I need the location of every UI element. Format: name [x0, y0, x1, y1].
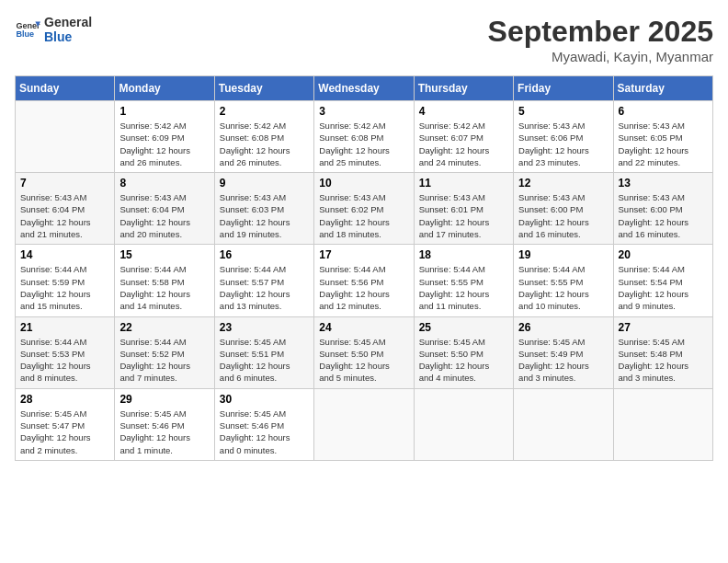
day-info: Sunrise: 5:44 AM Sunset: 5:57 PM Dayligh…	[220, 263, 309, 312]
day-info: Sunrise: 5:45 AM Sunset: 5:46 PM Dayligh…	[119, 408, 209, 456]
day-info: Sunrise: 5:42 AM Sunset: 6:08 PM Dayligh…	[220, 120, 309, 168]
day-number: 11	[419, 177, 508, 190]
day-number: 2	[220, 105, 309, 118]
calendar-cell	[613, 388, 712, 460]
day-number: 13	[619, 177, 708, 190]
calendar-header-row: SundayMondayTuesdayWednesdayThursdayFrid…	[16, 76, 713, 101]
calendar-cell: 1Sunrise: 5:42 AM Sunset: 6:09 PM Daylig…	[115, 101, 214, 173]
calendar-cell: 26Sunrise: 5:45 AM Sunset: 5:49 PM Dayli…	[514, 316, 613, 388]
calendar-cell: 9Sunrise: 5:43 AM Sunset: 6:03 PM Daylig…	[214, 173, 313, 245]
logo-icon: General Blue	[15, 17, 40, 42]
day-number: 8	[119, 177, 209, 190]
calendar-week-row: 14Sunrise: 5:44 AM Sunset: 5:59 PM Dayli…	[16, 245, 713, 316]
day-number: 18	[419, 248, 508, 261]
calendar-table: SundayMondayTuesdayWednesdayThursdayFrid…	[15, 75, 713, 461]
day-number: 1	[119, 105, 209, 118]
calendar-cell: 6Sunrise: 5:43 AM Sunset: 6:05 PM Daylig…	[613, 101, 712, 173]
day-number: 5	[518, 105, 608, 118]
calendar-cell	[314, 388, 414, 460]
calendar-cell: 28Sunrise: 5:45 AM Sunset: 5:47 PM Dayli…	[16, 388, 115, 460]
calendar-cell: 21Sunrise: 5:44 AM Sunset: 5:53 PM Dayli…	[16, 316, 115, 388]
calendar-cell: 20Sunrise: 5:44 AM Sunset: 5:54 PM Dayli…	[613, 245, 712, 316]
day-info: Sunrise: 5:43 AM Sunset: 6:02 PM Dayligh…	[319, 191, 408, 240]
day-number: 19	[518, 248, 608, 261]
day-of-week-header: Monday	[115, 76, 214, 101]
day-number: 12	[518, 177, 608, 190]
day-number: 9	[220, 177, 309, 190]
day-of-week-header: Thursday	[414, 76, 513, 101]
day-info: Sunrise: 5:44 AM Sunset: 5:53 PM Dayligh…	[20, 336, 109, 385]
month-title: September 2025	[488, 15, 713, 49]
calendar-cell: 23Sunrise: 5:45 AM Sunset: 5:51 PM Dayli…	[214, 316, 313, 388]
calendar-cell: 27Sunrise: 5:45 AM Sunset: 5:48 PM Dayli…	[613, 316, 712, 388]
day-info: Sunrise: 5:42 AM Sunset: 6:09 PM Dayligh…	[119, 120, 209, 168]
day-info: Sunrise: 5:43 AM Sunset: 6:04 PM Dayligh…	[20, 191, 109, 240]
calendar-cell: 8Sunrise: 5:43 AM Sunset: 6:04 PM Daylig…	[115, 173, 214, 245]
calendar-cell: 11Sunrise: 5:43 AM Sunset: 6:01 PM Dayli…	[414, 173, 513, 245]
svg-text:Blue: Blue	[16, 29, 34, 39]
title-block: September 2025 Myawadi, Kayin, Myanmar	[488, 15, 713, 64]
calendar-cell: 19Sunrise: 5:44 AM Sunset: 5:55 PM Dayli…	[514, 245, 613, 316]
day-info: Sunrise: 5:45 AM Sunset: 5:47 PM Dayligh…	[20, 408, 109, 456]
day-info: Sunrise: 5:43 AM Sunset: 6:06 PM Dayligh…	[518, 120, 608, 168]
calendar-cell: 22Sunrise: 5:44 AM Sunset: 5:52 PM Dayli…	[115, 316, 214, 388]
calendar-cell	[16, 101, 115, 173]
day-info: Sunrise: 5:45 AM Sunset: 5:46 PM Dayligh…	[220, 408, 309, 456]
logo-general: General	[44, 15, 92, 29]
calendar-cell: 13Sunrise: 5:43 AM Sunset: 6:00 PM Dayli…	[613, 173, 712, 245]
day-info: Sunrise: 5:44 AM Sunset: 5:56 PM Dayligh…	[319, 263, 408, 312]
calendar-cell: 4Sunrise: 5:42 AM Sunset: 6:07 PM Daylig…	[414, 101, 513, 173]
day-of-week-header: Wednesday	[314, 76, 414, 101]
day-info: Sunrise: 5:45 AM Sunset: 5:49 PM Dayligh…	[518, 336, 608, 385]
day-info: Sunrise: 5:45 AM Sunset: 5:50 PM Dayligh…	[319, 336, 408, 385]
calendar-cell: 14Sunrise: 5:44 AM Sunset: 5:59 PM Dayli…	[16, 245, 115, 316]
calendar-cell: 30Sunrise: 5:45 AM Sunset: 5:46 PM Dayli…	[214, 388, 313, 460]
day-number: 29	[119, 393, 209, 406]
day-number: 4	[419, 105, 508, 118]
day-number: 6	[619, 105, 708, 118]
location-subtitle: Myawadi, Kayin, Myanmar	[488, 49, 713, 64]
day-number: 20	[619, 248, 708, 261]
logo: General Blue General Blue	[15, 15, 92, 44]
day-number: 10	[319, 177, 408, 190]
day-of-week-header: Saturday	[613, 76, 712, 101]
calendar-cell: 25Sunrise: 5:45 AM Sunset: 5:50 PM Dayli…	[414, 316, 513, 388]
day-of-week-header: Tuesday	[214, 76, 313, 101]
calendar-cell: 17Sunrise: 5:44 AM Sunset: 5:56 PM Dayli…	[314, 245, 414, 316]
day-of-week-header: Sunday	[16, 76, 115, 101]
day-info: Sunrise: 5:43 AM Sunset: 6:00 PM Dayligh…	[518, 191, 608, 240]
day-info: Sunrise: 5:43 AM Sunset: 6:05 PM Dayligh…	[619, 120, 708, 168]
calendar-cell: 10Sunrise: 5:43 AM Sunset: 6:02 PM Dayli…	[314, 173, 414, 245]
calendar-cell	[414, 388, 513, 460]
calendar-cell: 24Sunrise: 5:45 AM Sunset: 5:50 PM Dayli…	[314, 316, 414, 388]
calendar-cell: 16Sunrise: 5:44 AM Sunset: 5:57 PM Dayli…	[214, 245, 313, 316]
day-info: Sunrise: 5:44 AM Sunset: 5:52 PM Dayligh…	[119, 336, 209, 385]
day-number: 24	[319, 321, 408, 334]
day-number: 27	[619, 321, 708, 334]
calendar-cell: 29Sunrise: 5:45 AM Sunset: 5:46 PM Dayli…	[115, 388, 214, 460]
day-info: Sunrise: 5:45 AM Sunset: 5:50 PM Dayligh…	[419, 336, 508, 385]
day-info: Sunrise: 5:43 AM Sunset: 6:04 PM Dayligh…	[119, 191, 209, 240]
day-info: Sunrise: 5:42 AM Sunset: 6:08 PM Dayligh…	[319, 120, 408, 168]
day-info: Sunrise: 5:44 AM Sunset: 5:54 PM Dayligh…	[619, 263, 708, 312]
calendar-cell: 18Sunrise: 5:44 AM Sunset: 5:55 PM Dayli…	[414, 245, 513, 316]
day-info: Sunrise: 5:44 AM Sunset: 5:55 PM Dayligh…	[518, 263, 608, 312]
page-header: General Blue General Blue September 2025…	[15, 15, 713, 64]
calendar-week-row: 21Sunrise: 5:44 AM Sunset: 5:53 PM Dayli…	[16, 316, 713, 388]
day-info: Sunrise: 5:45 AM Sunset: 5:48 PM Dayligh…	[619, 336, 708, 385]
day-number: 25	[419, 321, 508, 334]
day-info: Sunrise: 5:43 AM Sunset: 6:03 PM Dayligh…	[220, 191, 309, 240]
day-number: 7	[20, 177, 109, 190]
day-number: 14	[20, 248, 109, 261]
day-info: Sunrise: 5:44 AM Sunset: 5:59 PM Dayligh…	[20, 263, 109, 312]
day-info: Sunrise: 5:44 AM Sunset: 5:58 PM Dayligh…	[119, 263, 209, 312]
calendar-cell: 7Sunrise: 5:43 AM Sunset: 6:04 PM Daylig…	[16, 173, 115, 245]
day-number: 28	[20, 393, 109, 406]
day-of-week-header: Friday	[514, 76, 613, 101]
day-number: 16	[220, 248, 309, 261]
calendar-cell: 5Sunrise: 5:43 AM Sunset: 6:06 PM Daylig…	[514, 101, 613, 173]
day-info: Sunrise: 5:45 AM Sunset: 5:51 PM Dayligh…	[220, 336, 309, 385]
day-info: Sunrise: 5:43 AM Sunset: 6:01 PM Dayligh…	[419, 191, 508, 240]
day-number: 22	[119, 321, 209, 334]
calendar-cell: 15Sunrise: 5:44 AM Sunset: 5:58 PM Dayli…	[115, 245, 214, 316]
